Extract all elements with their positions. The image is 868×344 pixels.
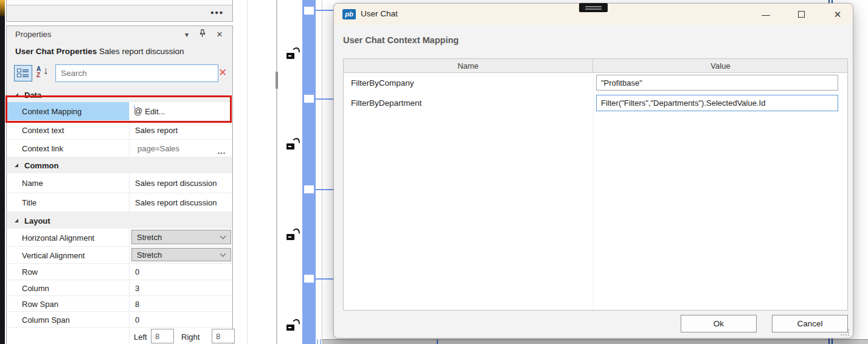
selected-object-type: User Chat Properties	[15, 47, 97, 56]
section-header-common[interactable]: Common	[7, 157, 232, 173]
margin-right-input[interactable]	[212, 329, 235, 343]
row-unlocked-icon[interactable]	[286, 138, 301, 150]
section-header-data[interactable]: Data	[7, 88, 232, 102]
window-position-chevron-icon[interactable]: ▾	[181, 29, 192, 40]
scrollbar-thumb[interactable]	[276, 72, 278, 89]
grid-row-handle[interactable]	[304, 275, 314, 283]
property-row-row[interactable]: Row 0	[7, 264, 232, 280]
property-row-column-span[interactable]: Column Span 0	[7, 312, 232, 328]
collapse-triangle-icon	[15, 219, 18, 222]
sort-alphabetical-button[interactable]: A Z ↓	[35, 65, 53, 81]
grid-column-line	[437, 339, 438, 344]
property-row-context-link[interactable]: Context link page=Sales ...	[7, 140, 232, 157]
chevron-down-icon	[220, 233, 226, 239]
mapping-row-name: FilterByCompany	[351, 78, 414, 88]
dialog-title: User Chat	[361, 9, 398, 18]
collapse-triangle-icon	[15, 93, 18, 97]
categorized-icon	[17, 68, 29, 78]
dialog-heading: User Chat Context Mapping	[343, 35, 459, 45]
at-edit-icon: ↓@	[134, 106, 142, 116]
properties-panel-header[interactable]: Properties ▾ ✕	[7, 26, 232, 43]
mapping-row-name: FilterByDepartment	[351, 98, 422, 108]
margin-left-label: Left	[134, 332, 147, 342]
table-header-row: Name Value	[344, 59, 847, 73]
grid-row-ruler[interactable]	[302, 0, 316, 344]
context-mapping-edit-link[interactable]: ↓@Edit...	[134, 106, 165, 116]
close-icon[interactable]: ✕	[832, 9, 844, 21]
edge-icon-fragment	[0, 0, 5, 16]
profitbase-logo: pb	[342, 9, 356, 19]
property-row-horizontal-alignment[interactable]: Horizontal Alignment Stretch	[7, 229, 232, 247]
column-header-value[interactable]: Value	[594, 59, 847, 73]
grid-row-handle[interactable]	[304, 185, 314, 193]
categorized-view-button[interactable]	[14, 65, 32, 81]
column-value[interactable]: 3	[135, 283, 139, 292]
ellipsis-button[interactable]: ...	[218, 147, 226, 156]
row-unlocked-icon[interactable]	[286, 47, 301, 60]
property-row-column[interactable]: Column 3	[7, 280, 232, 296]
ok-button[interactable]: Ok	[681, 315, 757, 332]
row-unlocked-icon[interactable]	[286, 229, 301, 241]
mapping-value-input[interactable]	[596, 75, 838, 91]
row-unlocked-icon[interactable]	[286, 319, 301, 331]
designer-bottom-band	[322, 339, 868, 344]
designer-guideline	[322, 0, 322, 344]
selected-object-label: User Chat Properties Sales report discus…	[15, 47, 184, 56]
property-row-margin[interactable]: Margin Left Right	[7, 328, 232, 344]
properties-panel: Properties ▾ ✕ User Chat Properties Sale…	[6, 26, 233, 344]
toolbox-panel-footer: •••	[6, 0, 233, 22]
property-row-context-mapping[interactable]: Context Mapping ↓@Edit...	[7, 102, 232, 121]
row-value[interactable]: 0	[135, 267, 139, 277]
grid-row-handle[interactable]	[304, 95, 314, 103]
collapse-triangle-icon	[15, 163, 18, 167]
minimize-icon[interactable]: —	[760, 9, 772, 21]
close-icon[interactable]: ✕	[214, 29, 225, 40]
table-column-divider	[593, 73, 594, 310]
touch-keyboard-indicator[interactable]	[579, 3, 608, 12]
search-input[interactable]	[55, 64, 218, 82]
overflow-menu-icon[interactable]: •••	[210, 7, 224, 18]
column-header-name[interactable]: Name	[344, 59, 593, 73]
search-clear-icon[interactable]: ✕	[217, 66, 229, 79]
selected-object-name: Sales report discussion	[99, 47, 184, 56]
context-link-value[interactable]: page=Sales	[137, 144, 179, 153]
resize-grip[interactable]	[841, 327, 849, 335]
window-edge-strip	[0, 0, 5, 344]
column-span-value[interactable]: 0	[135, 315, 139, 324]
pin-icon[interactable]	[197, 29, 208, 40]
cancel-button[interactable]: Cancel	[772, 315, 848, 332]
row-span-value[interactable]: 8	[135, 299, 139, 308]
toolbox-panel-content-edge	[7, 0, 232, 5]
margin-left-input[interactable]	[151, 329, 174, 343]
grid-column-edge	[828, 339, 830, 344]
context-text-value[interactable]: Sales report	[135, 126, 178, 135]
grid-row-handle[interactable]	[304, 7, 314, 15]
designer-guideline	[247, 0, 248, 344]
vertical-alignment-select[interactable]: Stretch	[131, 248, 231, 261]
chevron-down-icon	[220, 251, 226, 257]
horizontal-alignment-select[interactable]: Stretch	[131, 230, 231, 244]
name-value[interactable]: Sales report discussion	[135, 179, 217, 188]
property-row-name[interactable]: Name Sales report discussion	[7, 173, 232, 193]
property-row-title[interactable]: Title Sales report discussion	[7, 193, 232, 212]
grid-column-line	[317, 339, 318, 344]
grid-column-line	[320, 339, 321, 344]
mapping-value-input[interactable]	[596, 95, 838, 111]
property-row-vertical-alignment[interactable]: Vertical Alignment Stretch	[7, 247, 232, 264]
designer-splitter-line	[276, 0, 277, 344]
property-row-row-span[interactable]: Row Span 8	[7, 296, 232, 312]
context-mapping-table: Name Value FilterByCompany FilterByDepar…	[343, 58, 848, 311]
grid-column-edge	[832, 339, 833, 344]
property-row-context-text[interactable]: Context text Sales report	[7, 121, 232, 140]
properties-panel-title: Properties	[15, 30, 51, 39]
margin-right-label: Right	[181, 332, 200, 342]
user-chat-dialog: pb User Chat — ✕ User Chat Context Mappi…	[333, 3, 853, 339]
section-header-layout[interactable]: Layout	[7, 212, 232, 229]
maximize-icon[interactable]	[795, 9, 807, 21]
title-value[interactable]: Sales report discussion	[135, 198, 217, 207]
